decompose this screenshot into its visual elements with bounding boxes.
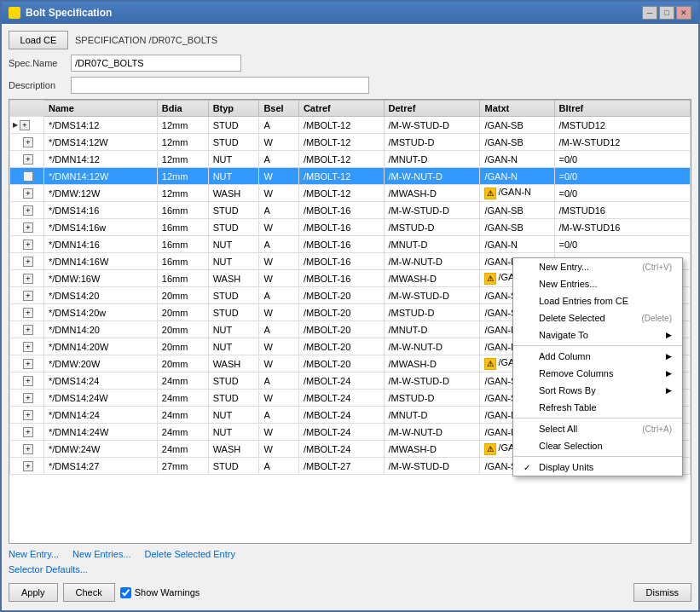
show-warnings-label[interactable]: Show Warnings bbox=[120, 587, 200, 598]
cell-detref: /MNUT-D bbox=[384, 407, 480, 424]
cell-catref: /MBOLT-12 bbox=[298, 134, 384, 151]
maximize-button[interactable]: □ bbox=[659, 6, 674, 20]
row-expand-button[interactable]: + bbox=[23, 222, 33, 233]
table-row[interactable]: +*/DMS14:12W12mmSTUDW/MBOLT-12/MSTUD-D/G… bbox=[10, 134, 691, 151]
col-header-detref[interactable]: Detref bbox=[384, 101, 480, 117]
selector-defaults-link[interactable]: Selector Defaults... bbox=[9, 564, 88, 574]
row-expand-button[interactable]: + bbox=[23, 240, 33, 250]
row-expand-button[interactable]: + bbox=[23, 444, 33, 454]
context-menu-item[interactable]: ✓Display Units bbox=[513, 459, 682, 476]
context-menu-item[interactable]: Add Column▶ bbox=[513, 348, 682, 365]
row-expand-button[interactable]: + bbox=[23, 342, 33, 352]
cell-btyp: NUT bbox=[208, 321, 259, 338]
cell-bltref: /M-W-STUD16 bbox=[554, 219, 691, 236]
cell-detref: /M-W-STUD-D bbox=[384, 287, 480, 304]
col-header-bltref[interactable]: Bltref bbox=[554, 101, 691, 117]
context-menu-item[interactable]: New Entries... bbox=[513, 275, 682, 292]
row-expand-button[interactable]: + bbox=[23, 427, 33, 437]
delete-selected-link[interactable]: Delete Selected Entry bbox=[145, 549, 235, 559]
table-row[interactable]: +*/DMN14:12W12mmNUTW/MBOLT-12/M-W-NUT-D/… bbox=[10, 168, 691, 185]
cell-bsel: A bbox=[259, 321, 299, 338]
spec-name-input[interactable] bbox=[71, 55, 241, 72]
col-header-name[interactable]: Name bbox=[44, 101, 158, 117]
table-row[interactable]: +*/DMN14:1212mmNUTA/MBOLT-12/MNUT-D/GAN-… bbox=[10, 151, 691, 168]
submenu-arrow-icon: ▶ bbox=[666, 331, 672, 339]
context-menu-item[interactable]: Delete Selected(Delete) bbox=[513, 309, 682, 326]
row-expand-button[interactable]: + bbox=[23, 393, 33, 403]
close-button[interactable]: ✕ bbox=[676, 6, 691, 20]
table-row[interactable]: +*/DMS14:16w16mmSTUDW/MBOLT-16/MSTUD-D/G… bbox=[10, 219, 691, 236]
cell-bdia: 12mm bbox=[157, 185, 208, 202]
row-expand-button[interactable]: + bbox=[23, 274, 33, 284]
col-header-catref[interactable]: Catref bbox=[298, 101, 384, 117]
table-row[interactable]: +*/DMW:12W12mmWASHW/MBOLT-12/MWASH-D⚠/GA… bbox=[10, 185, 691, 202]
row-expand-button[interactable]: + bbox=[23, 325, 33, 335]
row-expand-button[interactable]: + bbox=[23, 291, 33, 301]
row-expand-button[interactable]: + bbox=[23, 376, 33, 386]
new-entries-link[interactable]: New Entries... bbox=[72, 549, 130, 559]
context-menu-item[interactable]: Clear Selection bbox=[513, 437, 682, 454]
row-expand-button[interactable]: + bbox=[23, 171, 33, 182]
row-expand-button[interactable]: + bbox=[23, 359, 33, 369]
show-warnings-checkbox[interactable] bbox=[120, 587, 131, 598]
col-header-btyp[interactable]: Btyp bbox=[208, 101, 259, 117]
cell-catref: /MBOLT-27 bbox=[298, 458, 384, 475]
cell-bdia: 20mm bbox=[157, 287, 208, 304]
row-arrow-icon: ▶ bbox=[13, 121, 18, 129]
row-ctrl-cell: + bbox=[10, 441, 44, 458]
col-header-matxt[interactable]: Matxt bbox=[480, 101, 554, 117]
load-ce-button[interactable]: Load CE bbox=[9, 31, 68, 49]
row-expand-button[interactable]: + bbox=[23, 410, 33, 420]
row-expand-button[interactable]: + bbox=[23, 188, 33, 199]
menu-item-label: Select All bbox=[539, 424, 577, 434]
context-menu-item[interactable]: Remove Columns▶ bbox=[513, 365, 682, 382]
row-expand-button[interactable]: + bbox=[23, 154, 33, 165]
cell-btyp: NUT bbox=[208, 338, 259, 355]
warning-icon: ⚠ bbox=[484, 273, 496, 285]
dismiss-button[interactable]: Dismiss bbox=[633, 583, 692, 602]
row-expand-button[interactable]: + bbox=[23, 461, 33, 471]
row-expand-button[interactable]: + bbox=[20, 120, 30, 130]
cell-name: */DMS14:16w bbox=[44, 219, 158, 236]
table-row[interactable]: +*/DMN14:1616mmNUTA/MBOLT-16/MNUT-D/GAN-… bbox=[10, 236, 691, 253]
cell-catref: /MBOLT-12 bbox=[298, 117, 384, 134]
minimize-button[interactable]: ─ bbox=[642, 6, 657, 20]
context-menu-item[interactable]: New Entry...(Ctrl+V) bbox=[513, 258, 682, 275]
cell-btyp: NUT bbox=[208, 236, 259, 253]
row-expand-button[interactable]: + bbox=[23, 257, 33, 267]
cell-detref: /MSTUD-D bbox=[384, 390, 480, 407]
cell-detref: /M-W-STUD-D bbox=[384, 372, 480, 390]
check-button[interactable]: Check bbox=[63, 583, 115, 602]
context-menu-item[interactable]: Refresh Table bbox=[513, 399, 682, 416]
menu-item-label: Delete Selected bbox=[539, 313, 605, 323]
context-menu-item[interactable]: Sort Rows By▶ bbox=[513, 382, 682, 399]
menu-check-icon: ✓ bbox=[524, 463, 535, 472]
cell-bsel: W bbox=[259, 338, 299, 355]
cell-detref: /MSTUD-D bbox=[384, 134, 480, 151]
description-input[interactable] bbox=[71, 77, 369, 94]
main-content: Load CE SPECIFICATION /DR07C_BOLTS Spec.… bbox=[2, 24, 698, 610]
cell-detref: /MWASH-D bbox=[384, 270, 480, 287]
context-menu-item[interactable]: Select All(Ctrl+A) bbox=[513, 420, 682, 437]
cell-catref: /MBOLT-24 bbox=[298, 390, 384, 407]
cell-matxt: /GAN-SB bbox=[480, 134, 554, 151]
row-expand-button[interactable]: + bbox=[23, 308, 33, 318]
context-menu-item[interactable]: Navigate To▶ bbox=[513, 326, 682, 344]
menu-item-label: New Entries... bbox=[539, 279, 597, 289]
context-menu-item[interactable]: Load Entries from CE bbox=[513, 292, 682, 309]
col-header-bdia[interactable]: Bdia bbox=[157, 101, 208, 117]
table-row[interactable]: +*/DMS14:1616mmSTUDA/MBOLT-16/M-W-STUD-D… bbox=[10, 202, 691, 219]
apply-button[interactable]: Apply bbox=[9, 583, 58, 602]
col-header-bsel[interactable]: Bsel bbox=[259, 101, 299, 117]
table-row[interactable]: ▶+*/DMS14:1212mmSTUDA/MBOLT-12/M-W-STUD-… bbox=[10, 117, 691, 134]
cell-name: */DMN14:12W bbox=[44, 168, 158, 185]
new-entry-link[interactable]: New Entry... bbox=[9, 549, 59, 559]
toolbar-row: Load CE SPECIFICATION /DR07C_BOLTS bbox=[9, 31, 691, 49]
row-expand-button[interactable]: + bbox=[23, 205, 33, 216]
cell-btyp: STUD bbox=[208, 117, 259, 134]
row-ctrl-cell: + bbox=[10, 151, 44, 168]
row-expand-button[interactable]: + bbox=[23, 137, 33, 147]
row-ctrl-cell: + bbox=[10, 407, 44, 424]
cell-bsel: W bbox=[259, 219, 299, 236]
cell-catref: /MBOLT-16 bbox=[298, 253, 384, 270]
